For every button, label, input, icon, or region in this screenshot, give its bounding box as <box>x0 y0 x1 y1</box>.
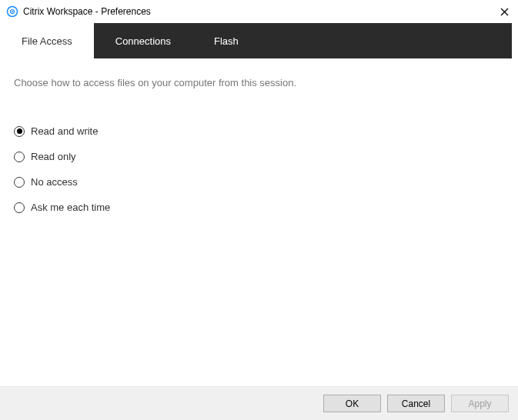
close-button[interactable] <box>496 4 512 19</box>
window-title: Citrix Workspace - Preferences <box>23 6 496 17</box>
radio-label: Ask me each time <box>31 202 110 213</box>
radio-indicator-icon <box>14 202 25 213</box>
button-label: Cancel <box>402 398 430 409</box>
radio-read-only[interactable]: Read only <box>14 151 504 162</box>
content-area: Choose how to access files on your compu… <box>0 58 518 386</box>
tab-flash[interactable]: Flash <box>192 23 260 58</box>
button-label: Apply <box>468 398 491 409</box>
titlebar: Citrix Workspace - Preferences <box>0 0 518 23</box>
cancel-button[interactable]: Cancel <box>387 395 445 412</box>
radio-label: Read and write <box>31 125 98 137</box>
tab-label: Flash <box>214 35 239 47</box>
app-icon <box>6 5 18 18</box>
radio-indicator-icon <box>14 177 25 188</box>
ok-button[interactable]: OK <box>323 395 381 412</box>
svg-point-2 <box>12 11 13 12</box>
radio-indicator-icon <box>14 152 25 162</box>
tab-label: File Access <box>22 35 72 47</box>
footer-button-bar: OK Cancel Apply <box>0 386 518 420</box>
button-label: OK <box>346 398 359 409</box>
tab-file-access[interactable]: File Access <box>0 23 94 58</box>
radio-label: Read only <box>31 151 76 162</box>
tab-connections[interactable]: Connections <box>94 23 192 58</box>
radio-indicator-icon <box>14 126 25 137</box>
apply-button: Apply <box>451 395 509 412</box>
file-access-radio-group: Read and write Read only No access Ask m… <box>14 125 504 213</box>
radio-no-access[interactable]: No access <box>14 176 504 188</box>
description-text: Choose how to access files on your compu… <box>14 77 504 88</box>
radio-ask-each-time[interactable]: Ask me each time <box>14 202 504 213</box>
tab-label: Connections <box>115 35 171 47</box>
radio-label: No access <box>31 176 78 188</box>
radio-read-write[interactable]: Read and write <box>14 125 504 137</box>
tab-bar: File Access Connections Flash <box>0 23 512 58</box>
